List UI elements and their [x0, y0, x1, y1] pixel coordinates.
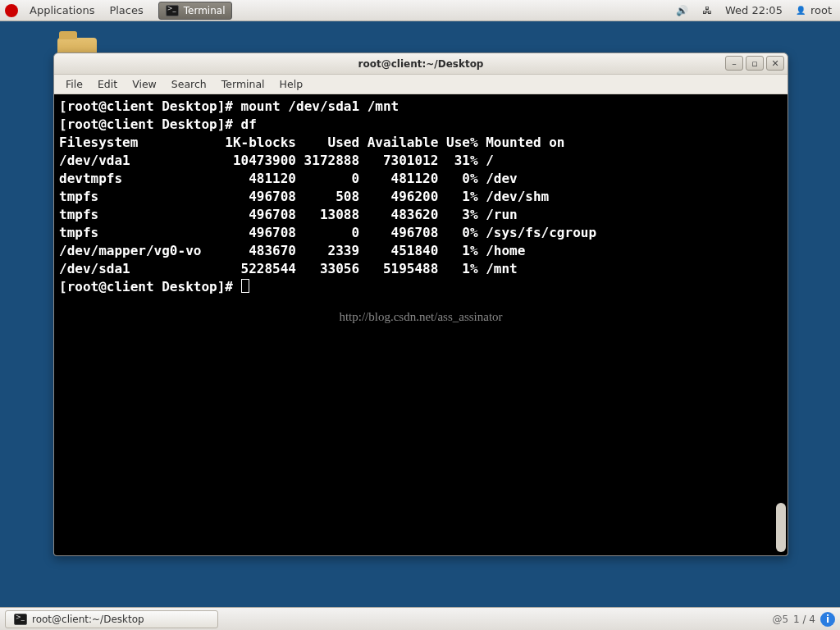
menu-search[interactable]: Search — [165, 76, 213, 92]
menu-file[interactable]: File — [59, 76, 89, 92]
terminal-window: root@client:~/Desktop – ▫ ✕ File Edit Vi… — [53, 52, 788, 556]
panel-right: Wed 22:05 root — [676, 4, 840, 17]
network-icon[interactable] — [701, 4, 714, 17]
menu-help[interactable]: Help — [273, 76, 310, 92]
volume-icon[interactable] — [676, 4, 689, 17]
info-icon[interactable]: i — [820, 612, 835, 627]
terminal-menubar: File Edit View Search Terminal Help — [54, 75, 788, 94]
user-menu[interactable]: root — [794, 4, 832, 17]
places-menu[interactable]: Places — [103, 2, 149, 19]
workspace-pager[interactable]: 1 / 4 — [793, 614, 815, 625]
menu-view[interactable]: View — [126, 76, 163, 92]
user-icon — [794, 4, 807, 17]
terminal-output: [root@client Desktop]# mount /dev/sda1 /… — [59, 98, 783, 296]
top-panel: Applications Places Terminal Wed 22:05 r… — [0, 0, 840, 21]
menu-terminal[interactable]: Terminal — [215, 76, 272, 92]
bottom-task-label: root@client:~/Desktop — [32, 614, 144, 625]
taskbar-terminal-label: Terminal — [184, 5, 226, 16]
terminal-body[interactable]: [root@client Desktop]# mount /dev/sda1 /… — [54, 94, 788, 555]
bottom-right: @5 1 / 4 i — [772, 612, 835, 627]
watermark-prefix: @5 — [772, 614, 788, 625]
menu-edit[interactable]: Edit — [91, 76, 124, 92]
terminal-scrollbar[interactable] — [776, 98, 786, 552]
titlebar[interactable]: root@client:~/Desktop – ▫ ✕ — [54, 53, 788, 75]
watermark-text: http://blog.csdn.net/ass_assinator — [54, 308, 788, 326]
terminal-icon — [166, 5, 179, 16]
cursor-icon — [241, 279, 249, 293]
bottom-task-button[interactable]: root@client:~/Desktop — [5, 610, 218, 628]
window-controls: – ▫ ✕ — [725, 56, 784, 71]
taskbar-terminal-button[interactable]: Terminal — [158, 2, 233, 20]
redhat-logo-icon — [5, 4, 18, 17]
terminal-icon — [14, 614, 27, 625]
close-button[interactable]: ✕ — [766, 56, 784, 71]
scrollbar-thumb[interactable] — [776, 503, 786, 552]
minimize-button[interactable]: – — [725, 56, 743, 71]
bottom-panel: root@client:~/Desktop @5 1 / 4 i — [0, 607, 840, 630]
window-title: root@client:~/Desktop — [54, 58, 788, 70]
applications-menu[interactable]: Applications — [23, 2, 101, 19]
user-label: root — [810, 4, 832, 16]
clock[interactable]: Wed 22:05 — [725, 4, 783, 16]
maximize-button[interactable]: ▫ — [746, 56, 764, 71]
panel-left: Applications Places Terminal — [0, 2, 232, 20]
